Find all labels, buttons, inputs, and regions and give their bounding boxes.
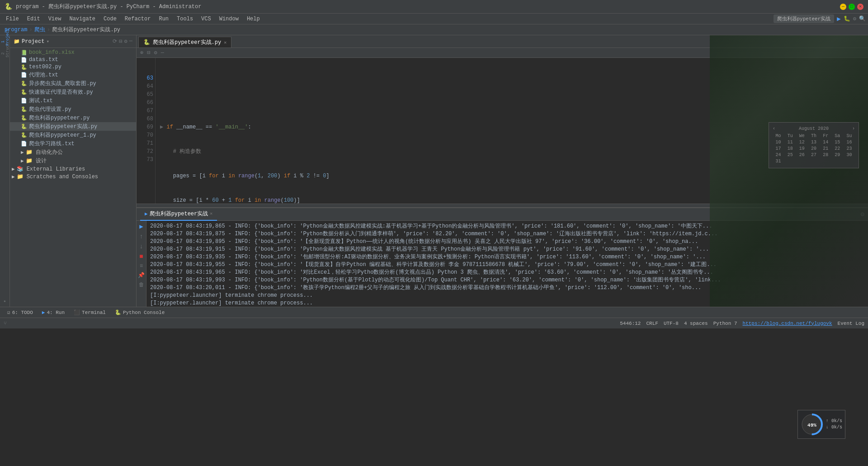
file-pyppeteer[interactable]: 🐍 爬虫利器pyppeteer.py	[10, 114, 136, 122]
cal-day[interactable]: 20	[808, 146, 819, 152]
editor-sync-icon[interactable]: ⊕	[140, 49, 143, 56]
file-verify-proxy[interactable]: 🐍 快速验证代理是否有效.py	[10, 88, 136, 96]
run-pin-button[interactable]: 📌	[138, 272, 145, 279]
maximize-button[interactable]: □	[849, 4, 855, 10]
close-button[interactable]: ✕	[857, 4, 863, 10]
folder-scratches[interactable]: ▶ 📁 Scratches and Consoles	[10, 173, 136, 181]
cal-day[interactable]: 13	[808, 139, 819, 145]
cal-day[interactable]: 21	[820, 146, 831, 152]
cal-day[interactable]: 22	[832, 146, 843, 152]
indent-indicator[interactable]: 4 spaces	[684, 321, 708, 326]
file-async-spider[interactable]: 🐍 异步爬虫实战_爬取套图.py	[10, 79, 136, 88]
cal-day[interactable]: 26	[796, 152, 807, 158]
file-pyppeteer-1[interactable]: 🐍 爬虫利器pyppeteer_1.py	[10, 131, 136, 139]
url-link[interactable]: https://blog.csdn.net/fylugovk	[743, 321, 832, 326]
cal-day[interactable]: 11	[784, 139, 796, 145]
terminal-tab[interactable]: ⬛ Terminal	[70, 308, 109, 317]
cal-day[interactable]: 25	[784, 152, 796, 158]
cal-day[interactable]: 28	[820, 152, 831, 158]
run-trash-button[interactable]: 🗑	[139, 281, 144, 288]
favorites-icon[interactable]: ★	[1, 299, 9, 307]
menu-window[interactable]: Window	[216, 15, 242, 23]
run-button[interactable]: ▶	[837, 15, 840, 23]
cal-day[interactable]: 15	[832, 139, 843, 145]
menu-file[interactable]: File	[2, 15, 23, 23]
output-line-5: 2020-08-17 08:43:19,935 - INFO: {'book_i…	[150, 253, 864, 261]
menu-vcs[interactable]: VCS	[198, 15, 215, 23]
editor-settings-icon[interactable]: ⚙	[154, 49, 157, 56]
menu-navigate[interactable]: Navigate	[66, 15, 99, 23]
folder-automation[interactable]: ▶ 📁 自动化办公	[10, 148, 136, 157]
file-spider-roadmap[interactable]: 📄 爬虫学习路线.txt	[10, 139, 136, 148]
cal-next[interactable]: ›	[852, 126, 855, 131]
editor-split-icon[interactable]: ⊟	[147, 49, 150, 56]
folder-design[interactable]: ▶ 📁 设计	[10, 157, 136, 165]
cal-day[interactable]: 18	[784, 146, 796, 152]
folder-external-libs[interactable]: ▶ 📚 External Libraries	[10, 165, 136, 173]
python-console-tab[interactable]: 🐍 Python Console	[111, 308, 168, 317]
cal-day[interactable]: 19	[796, 146, 807, 152]
position-indicator[interactable]: 5446:12	[620, 321, 641, 326]
menu-tools[interactable]: Tools	[173, 15, 197, 23]
minimize-button[interactable]: —	[840, 4, 846, 10]
menu-view[interactable]: View	[45, 15, 65, 23]
horizontal-scrollbar[interactable]	[137, 204, 868, 207]
menu-refactor[interactable]: Refactor	[121, 15, 155, 23]
menu-code[interactable]: Code	[100, 15, 120, 23]
run-config-selector[interactable]: 爬虫利器pypeteer实战	[774, 14, 835, 23]
window-controls[interactable]: — □ ✕	[840, 4, 863, 10]
run-scroll-up[interactable]: ↑	[139, 233, 143, 240]
code-editor[interactable]: 63 64 65 66 67 68 69 70 71 72 73 ▶ if __…	[137, 58, 868, 204]
run-tab-bottom[interactable]: ▶ 4: Run	[38, 308, 68, 317]
cal-day[interactable]: 27	[808, 152, 819, 158]
run-tab-close[interactable]: ✕	[210, 208, 212, 220]
debug-button[interactable]: 🐛	[844, 15, 850, 22]
project-dropdown-icon[interactable]: ▾	[46, 38, 49, 44]
code-content[interactable]: ▶ if __name__ == '__main__': # 构造参数 page…	[156, 58, 868, 204]
menu-run[interactable]: Run	[155, 15, 172, 23]
search-button[interactable]: 🔍	[859, 15, 866, 22]
run-tab[interactable]: ▶ 爬虫利器pypeteer实战 ✕	[140, 208, 217, 221]
line-sep-indicator[interactable]: CRLF	[646, 321, 658, 326]
todo-tab[interactable]: ☑ 6: TODO	[4, 308, 37, 317]
run-scroll-down[interactable]: ↓	[139, 243, 143, 250]
menu-edit[interactable]: Edit	[24, 15, 44, 23]
run-play-button[interactable]: ▶	[139, 223, 143, 230]
file-book-info-xlsx[interactable]: 📗 book_info.xlsx	[10, 49, 136, 56]
close-panel-icon[interactable]: —	[129, 38, 132, 45]
file-datas-txt[interactable]: 📄 datas.txt	[10, 56, 136, 63]
python-indicator[interactable]: Python 7	[713, 321, 737, 326]
menu-help[interactable]: Help	[243, 15, 264, 23]
file-proxy-settings[interactable]: 🐍 爬虫代理设置.py	[10, 105, 136, 114]
breadcrumb-part3[interactable]: 爬虫利器pypeteer实战.py	[52, 26, 120, 33]
file-proxy-pool[interactable]: 📄 代理池.txt	[10, 71, 136, 79]
editor-tab-main[interactable]: 🐍 爬虫利器pypeteer实战.py ✕	[138, 37, 231, 48]
editor-collapse-icon[interactable]: —	[161, 50, 164, 56]
cal-prev[interactable]: ‹	[773, 126, 775, 131]
structure-icon[interactable]: 2Struct	[1, 49, 9, 57]
sync-icon[interactable]: ⟳	[113, 38, 117, 45]
file-pypeteer-zhanshi[interactable]: 🐍 爬虫利器pypeteer实战.py	[10, 122, 136, 131]
cal-day[interactable]: 31	[773, 158, 784, 164]
cal-day[interactable]: 29	[832, 152, 843, 158]
cal-day[interactable]: 14	[820, 139, 831, 145]
cal-day[interactable]: 23	[844, 146, 855, 152]
breadcrumb-part2[interactable]: 爬虫	[34, 26, 45, 33]
file-test002-py[interactable]: 🐍 test002.py	[10, 63, 136, 71]
event-log-button[interactable]: Event Log	[838, 321, 864, 326]
run-settings-icon[interactable]: ⚙	[861, 210, 864, 218]
run-stop-button[interactable]: ■	[139, 253, 143, 260]
cal-day[interactable]: 30	[844, 152, 855, 158]
collapse-icon[interactable]: ⊟	[119, 38, 122, 45]
settings-button[interactable]: ⚙	[853, 15, 856, 22]
file-test-txt[interactable]: 📄 测试.txt	[10, 96, 136, 105]
cal-day[interactable]: 12	[796, 139, 807, 145]
cal-day[interactable]: 17	[773, 146, 784, 152]
encoding-indicator[interactable]: UTF-8	[664, 321, 679, 326]
gear-icon[interactable]: ⚙	[124, 38, 127, 45]
cal-day[interactable]: 24	[773, 152, 784, 158]
run-filter-button[interactable]: ≡	[140, 263, 143, 269]
cal-day[interactable]: 16	[844, 139, 855, 145]
cal-day[interactable]: 10	[773, 139, 784, 145]
tab-close-button[interactable]: ✕	[224, 40, 226, 45]
